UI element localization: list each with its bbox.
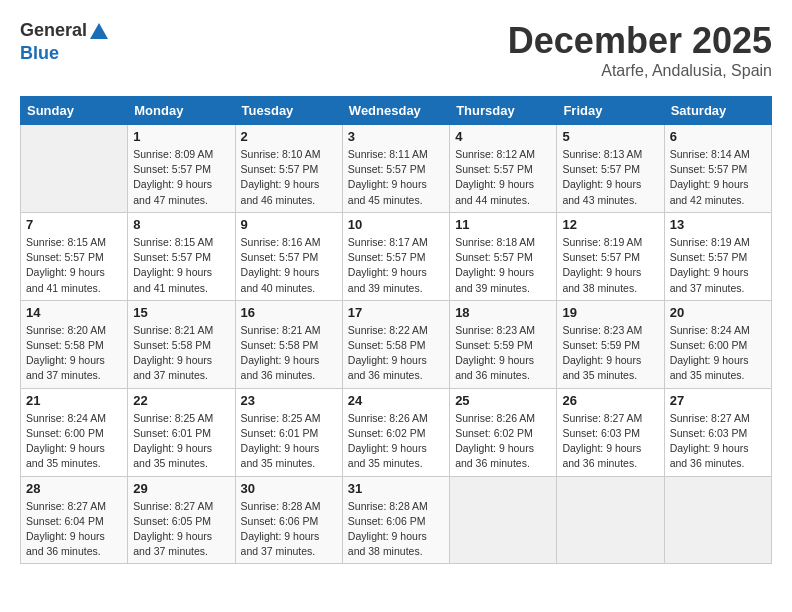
sunrise-text: Sunrise: 8:26 AM (455, 412, 535, 424)
sunset-text: Sunset: 5:57 PM (133, 163, 211, 175)
calendar-cell: 31Sunrise: 8:28 AMSunset: 6:06 PMDayligh… (342, 476, 449, 564)
sunrise-text: Sunrise: 8:18 AM (455, 236, 535, 248)
day-number: 18 (455, 305, 551, 320)
daylight-line1: Daylight: 9 hours (455, 178, 534, 190)
day-detail: Sunrise: 8:17 AMSunset: 5:57 PMDaylight:… (348, 235, 444, 296)
calendar-cell: 10Sunrise: 8:17 AMSunset: 5:57 PMDayligh… (342, 212, 449, 300)
daylight-line2: and 35 minutes. (670, 369, 745, 381)
daylight-line2: and 39 minutes. (348, 282, 423, 294)
sunset-text: Sunset: 6:06 PM (348, 515, 426, 527)
sunset-text: Sunset: 5:57 PM (241, 163, 319, 175)
day-detail: Sunrise: 8:19 AMSunset: 5:57 PMDaylight:… (670, 235, 766, 296)
day-number: 9 (241, 217, 337, 232)
sunrise-text: Sunrise: 8:22 AM (348, 324, 428, 336)
sunrise-text: Sunrise: 8:27 AM (26, 500, 106, 512)
day-number: 5 (562, 129, 658, 144)
day-detail: Sunrise: 8:15 AMSunset: 5:57 PMDaylight:… (133, 235, 229, 296)
daylight-line2: and 36 minutes. (455, 457, 530, 469)
sunset-text: Sunset: 5:57 PM (562, 163, 640, 175)
sunset-text: Sunset: 6:00 PM (26, 427, 104, 439)
daylight-line1: Daylight: 9 hours (562, 266, 641, 278)
calendar-cell (21, 125, 128, 213)
daylight-line2: and 44 minutes. (455, 194, 530, 206)
sunset-text: Sunset: 5:58 PM (348, 339, 426, 351)
sunset-text: Sunset: 5:57 PM (670, 251, 748, 263)
sunset-text: Sunset: 6:03 PM (670, 427, 748, 439)
daylight-line2: and 36 minutes. (670, 457, 745, 469)
daylight-line2: and 35 minutes. (241, 457, 316, 469)
weekday-header-monday: Monday (128, 97, 235, 125)
sunset-text: Sunset: 6:04 PM (26, 515, 104, 527)
calendar-cell: 29Sunrise: 8:27 AMSunset: 6:05 PMDayligh… (128, 476, 235, 564)
day-detail: Sunrise: 8:27 AMSunset: 6:04 PMDaylight:… (26, 499, 122, 560)
calendar-cell (450, 476, 557, 564)
daylight-line2: and 35 minutes. (26, 457, 101, 469)
calendar-cell: 2Sunrise: 8:10 AMSunset: 5:57 PMDaylight… (235, 125, 342, 213)
sunset-text: Sunset: 5:57 PM (670, 163, 748, 175)
sunrise-text: Sunrise: 8:12 AM (455, 148, 535, 160)
sunrise-text: Sunrise: 8:27 AM (133, 500, 213, 512)
sunrise-text: Sunrise: 8:27 AM (562, 412, 642, 424)
day-number: 19 (562, 305, 658, 320)
daylight-line1: Daylight: 9 hours (133, 178, 212, 190)
logo-icon (88, 21, 110, 43)
calendar-cell: 11Sunrise: 8:18 AMSunset: 5:57 PMDayligh… (450, 212, 557, 300)
calendar-cell: 13Sunrise: 8:19 AMSunset: 5:57 PMDayligh… (664, 212, 771, 300)
logo-blue: Blue (20, 43, 59, 63)
calendar-week-2: 7Sunrise: 8:15 AMSunset: 5:57 PMDaylight… (21, 212, 772, 300)
logo-text: General Blue (20, 20, 111, 64)
day-number: 7 (26, 217, 122, 232)
sunrise-text: Sunrise: 8:23 AM (562, 324, 642, 336)
daylight-line1: Daylight: 9 hours (455, 354, 534, 366)
day-detail: Sunrise: 8:23 AMSunset: 5:59 PMDaylight:… (562, 323, 658, 384)
daylight-line1: Daylight: 9 hours (133, 442, 212, 454)
sunrise-text: Sunrise: 8:16 AM (241, 236, 321, 248)
day-detail: Sunrise: 8:11 AMSunset: 5:57 PMDaylight:… (348, 147, 444, 208)
daylight-line1: Daylight: 9 hours (26, 266, 105, 278)
daylight-line1: Daylight: 9 hours (26, 354, 105, 366)
sunset-text: Sunset: 5:57 PM (562, 251, 640, 263)
calendar-cell: 28Sunrise: 8:27 AMSunset: 6:04 PMDayligh… (21, 476, 128, 564)
day-detail: Sunrise: 8:18 AMSunset: 5:57 PMDaylight:… (455, 235, 551, 296)
logo-general: General (20, 20, 87, 40)
sunrise-text: Sunrise: 8:24 AM (670, 324, 750, 336)
day-number: 12 (562, 217, 658, 232)
sunset-text: Sunset: 5:58 PM (241, 339, 319, 351)
calendar-cell: 18Sunrise: 8:23 AMSunset: 5:59 PMDayligh… (450, 300, 557, 388)
weekday-header-thursday: Thursday (450, 97, 557, 125)
daylight-line1: Daylight: 9 hours (670, 354, 749, 366)
daylight-line2: and 45 minutes. (348, 194, 423, 206)
calendar-week-4: 21Sunrise: 8:24 AMSunset: 6:00 PMDayligh… (21, 388, 772, 476)
sunset-text: Sunset: 5:59 PM (455, 339, 533, 351)
daylight-line1: Daylight: 9 hours (348, 442, 427, 454)
day-detail: Sunrise: 8:14 AMSunset: 5:57 PMDaylight:… (670, 147, 766, 208)
sunset-text: Sunset: 5:57 PM (348, 163, 426, 175)
day-number: 11 (455, 217, 551, 232)
sunset-text: Sunset: 5:57 PM (26, 251, 104, 263)
weekday-header-saturday: Saturday (664, 97, 771, 125)
sunrise-text: Sunrise: 8:14 AM (670, 148, 750, 160)
daylight-line2: and 35 minutes. (133, 457, 208, 469)
daylight-line2: and 36 minutes. (348, 369, 423, 381)
daylight-line1: Daylight: 9 hours (562, 354, 641, 366)
sunset-text: Sunset: 5:58 PM (26, 339, 104, 351)
day-detail: Sunrise: 8:19 AMSunset: 5:57 PMDaylight:… (562, 235, 658, 296)
sunrise-text: Sunrise: 8:21 AM (133, 324, 213, 336)
day-detail: Sunrise: 8:24 AMSunset: 6:00 PMDaylight:… (26, 411, 122, 472)
calendar-cell: 26Sunrise: 8:27 AMSunset: 6:03 PMDayligh… (557, 388, 664, 476)
sunrise-text: Sunrise: 8:09 AM (133, 148, 213, 160)
daylight-line1: Daylight: 9 hours (133, 530, 212, 542)
daylight-line1: Daylight: 9 hours (26, 442, 105, 454)
sunrise-text: Sunrise: 8:19 AM (562, 236, 642, 248)
weekday-header-tuesday: Tuesday (235, 97, 342, 125)
sunset-text: Sunset: 5:57 PM (133, 251, 211, 263)
day-number: 17 (348, 305, 444, 320)
day-number: 8 (133, 217, 229, 232)
day-detail: Sunrise: 8:25 AMSunset: 6:01 PMDaylight:… (133, 411, 229, 472)
sunrise-text: Sunrise: 8:28 AM (348, 500, 428, 512)
calendar-cell: 16Sunrise: 8:21 AMSunset: 5:58 PMDayligh… (235, 300, 342, 388)
weekday-header-friday: Friday (557, 97, 664, 125)
day-detail: Sunrise: 8:25 AMSunset: 6:01 PMDaylight:… (241, 411, 337, 472)
daylight-line2: and 37 minutes. (133, 369, 208, 381)
sunrise-text: Sunrise: 8:27 AM (670, 412, 750, 424)
